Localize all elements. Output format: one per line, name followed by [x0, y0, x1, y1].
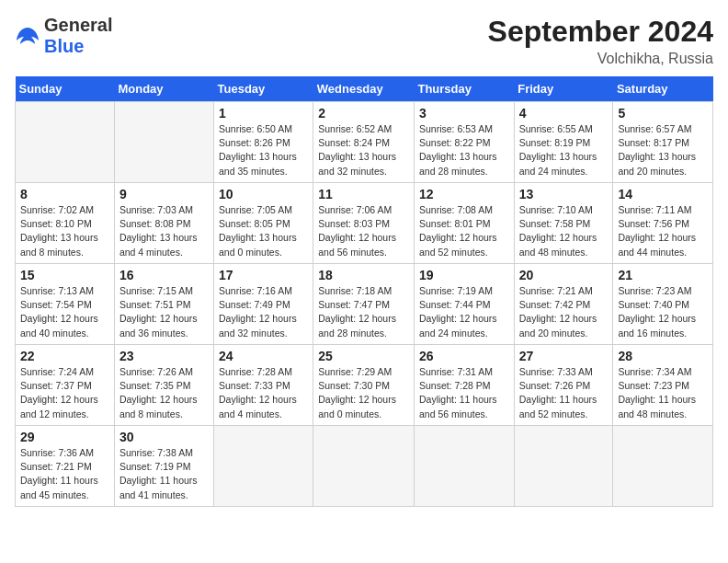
day-detail: Sunrise: 6:52 AMSunset: 8:24 PMDaylight:…: [318, 122, 409, 178]
day-detail: Sunrise: 7:03 AMSunset: 8:08 PMDaylight:…: [119, 203, 209, 259]
day-cell-22: 22Sunrise: 7:24 AMSunset: 7:37 PMDayligh…: [16, 345, 115, 426]
day-detail: Sunrise: 6:55 AMSunset: 8:19 PMDaylight:…: [519, 122, 609, 178]
day-number: 16: [119, 268, 209, 282]
day-cell-24: 24Sunrise: 7:28 AMSunset: 7:33 PMDayligh…: [214, 345, 313, 426]
day-detail: Sunrise: 7:11 AMSunset: 7:56 PMDaylight:…: [618, 203, 708, 259]
day-cell-9: 9Sunrise: 7:03 AMSunset: 8:08 PMDaylight…: [114, 183, 213, 264]
weekday-header-wednesday: Wednesday: [313, 76, 415, 102]
day-number: 4: [519, 106, 609, 121]
empty-cell: [613, 426, 713, 507]
day-number: 18: [318, 268, 409, 282]
calendar-title-area: September 2024 Volchikha, Russia: [488, 15, 713, 67]
page-header: General Blue September 2024 Volchikha, R…: [15, 15, 713, 67]
day-cell-10: 10Sunrise: 7:05 AMSunset: 8:05 PMDayligh…: [214, 183, 313, 264]
header-row: SundayMondayTuesdayWednesdayThursdayFrid…: [16, 76, 713, 102]
day-number: 8: [20, 187, 109, 201]
day-detail: Sunrise: 6:57 AMSunset: 8:17 PMDaylight:…: [618, 122, 708, 178]
day-number: 9: [119, 187, 209, 201]
location-subtitle: Volchikha, Russia: [488, 51, 713, 67]
empty-cell: [114, 102, 213, 183]
day-number: 21: [618, 268, 708, 282]
day-number: 23: [119, 349, 209, 363]
day-number: 2: [318, 106, 409, 121]
day-number: 26: [419, 349, 509, 363]
day-number: 15: [20, 268, 109, 282]
weekday-header-saturday: Saturday: [613, 76, 713, 102]
day-detail: Sunrise: 7:21 AMSunset: 7:42 PMDaylight:…: [519, 284, 609, 340]
day-cell-19: 19Sunrise: 7:19 AMSunset: 7:44 PMDayligh…: [414, 264, 514, 345]
weekday-header-sunday: Sunday: [16, 76, 115, 102]
day-number: 17: [219, 268, 308, 282]
day-number: 19: [419, 268, 509, 282]
day-detail: Sunrise: 7:26 AMSunset: 7:35 PMDaylight:…: [119, 365, 209, 421]
calendar-week-row: 8Sunrise: 7:02 AMSunset: 8:10 PMDaylight…: [16, 183, 713, 264]
day-cell-5: 5Sunrise: 6:57 AMSunset: 8:17 PMDaylight…: [613, 102, 713, 183]
day-cell-8: 8Sunrise: 7:02 AMSunset: 8:10 PMDaylight…: [16, 183, 115, 264]
day-number: 28: [618, 349, 708, 363]
day-detail: Sunrise: 7:06 AMSunset: 8:03 PMDaylight:…: [318, 203, 409, 259]
logo: General Blue: [15, 15, 112, 57]
day-number: 22: [20, 349, 109, 363]
day-detail: Sunrise: 6:53 AMSunset: 8:22 PMDaylight:…: [419, 122, 509, 178]
day-detail: Sunrise: 7:16 AMSunset: 7:49 PMDaylight:…: [219, 284, 308, 340]
day-cell-16: 16Sunrise: 7:15 AMSunset: 7:51 PMDayligh…: [114, 264, 213, 345]
day-detail: Sunrise: 7:33 AMSunset: 7:26 PMDaylight:…: [519, 365, 609, 421]
day-detail: Sunrise: 7:15 AMSunset: 7:51 PMDaylight:…: [119, 284, 209, 340]
day-number: 11: [318, 187, 409, 201]
day-cell-29: 29Sunrise: 7:36 AMSunset: 7:21 PMDayligh…: [16, 426, 115, 507]
day-cell-30: 30Sunrise: 7:38 AMSunset: 7:19 PMDayligh…: [114, 426, 213, 507]
weekday-header-monday: Monday: [114, 76, 213, 102]
day-detail: Sunrise: 7:36 AMSunset: 7:21 PMDaylight:…: [20, 446, 109, 502]
day-detail: Sunrise: 7:08 AMSunset: 8:01 PMDaylight:…: [419, 203, 509, 259]
day-cell-23: 23Sunrise: 7:26 AMSunset: 7:35 PMDayligh…: [114, 345, 213, 426]
weekday-header-tuesday: Tuesday: [214, 76, 313, 102]
day-number: 30: [119, 430, 209, 444]
day-detail: Sunrise: 7:18 AMSunset: 7:47 PMDaylight:…: [318, 284, 409, 340]
day-detail: Sunrise: 7:24 AMSunset: 7:37 PMDaylight:…: [20, 365, 109, 421]
day-detail: Sunrise: 6:50 AMSunset: 8:26 PMDaylight:…: [219, 122, 308, 178]
day-cell-13: 13Sunrise: 7:10 AMSunset: 7:58 PMDayligh…: [514, 183, 613, 264]
day-cell-20: 20Sunrise: 7:21 AMSunset: 7:42 PMDayligh…: [514, 264, 613, 345]
calendar-week-row: 1Sunrise: 6:50 AMSunset: 8:26 PMDaylight…: [16, 102, 713, 183]
day-cell-12: 12Sunrise: 7:08 AMSunset: 8:01 PMDayligh…: [414, 183, 514, 264]
day-cell-21: 21Sunrise: 7:23 AMSunset: 7:40 PMDayligh…: [613, 264, 713, 345]
day-number: 3: [419, 106, 509, 121]
day-detail: Sunrise: 7:28 AMSunset: 7:33 PMDaylight:…: [219, 365, 308, 421]
empty-cell: [214, 426, 313, 507]
day-detail: Sunrise: 7:34 AMSunset: 7:23 PMDaylight:…: [618, 365, 708, 421]
day-number: 24: [219, 349, 308, 363]
day-cell-15: 15Sunrise: 7:13 AMSunset: 7:54 PMDayligh…: [16, 264, 115, 345]
month-title: September 2024: [488, 15, 713, 49]
day-cell-17: 17Sunrise: 7:16 AMSunset: 7:49 PMDayligh…: [214, 264, 313, 345]
day-number: 10: [219, 187, 308, 201]
day-detail: Sunrise: 7:31 AMSunset: 7:28 PMDaylight:…: [419, 365, 509, 421]
calendar-table: SundayMondayTuesdayWednesdayThursdayFrid…: [15, 76, 713, 507]
calendar-week-row: 22Sunrise: 7:24 AMSunset: 7:37 PMDayligh…: [16, 345, 713, 426]
day-cell-4: 4Sunrise: 6:55 AMSunset: 8:19 PMDaylight…: [514, 102, 613, 183]
weekday-header-thursday: Thursday: [414, 76, 514, 102]
day-cell-3: 3Sunrise: 6:53 AMSunset: 8:22 PMDaylight…: [414, 102, 514, 183]
day-number: 29: [20, 430, 109, 444]
day-cell-27: 27Sunrise: 7:33 AMSunset: 7:26 PMDayligh…: [514, 345, 613, 426]
day-detail: Sunrise: 7:02 AMSunset: 8:10 PMDaylight:…: [20, 203, 109, 259]
empty-cell: [514, 426, 613, 507]
day-cell-26: 26Sunrise: 7:31 AMSunset: 7:28 PMDayligh…: [414, 345, 514, 426]
day-number: 12: [419, 187, 509, 201]
day-detail: Sunrise: 7:19 AMSunset: 7:44 PMDaylight:…: [419, 284, 509, 340]
day-detail: Sunrise: 7:10 AMSunset: 7:58 PMDaylight:…: [519, 203, 609, 259]
day-detail: Sunrise: 7:23 AMSunset: 7:40 PMDaylight:…: [618, 284, 708, 340]
day-detail: Sunrise: 7:13 AMSunset: 7:54 PMDaylight:…: [20, 284, 109, 340]
day-detail: Sunrise: 7:38 AMSunset: 7:19 PMDaylight:…: [119, 446, 209, 502]
day-cell-18: 18Sunrise: 7:18 AMSunset: 7:47 PMDayligh…: [313, 264, 415, 345]
day-number: 27: [519, 349, 609, 363]
calendar-week-row: 15Sunrise: 7:13 AMSunset: 7:54 PMDayligh…: [16, 264, 713, 345]
empty-cell: [414, 426, 514, 507]
empty-cell: [16, 102, 115, 183]
day-cell-2: 2Sunrise: 6:52 AMSunset: 8:24 PMDaylight…: [313, 102, 415, 183]
day-number: 25: [318, 349, 409, 363]
day-cell-25: 25Sunrise: 7:29 AMSunset: 7:30 PMDayligh…: [313, 345, 415, 426]
day-number: 14: [618, 187, 708, 201]
day-cell-11: 11Sunrise: 7:06 AMSunset: 8:03 PMDayligh…: [313, 183, 415, 264]
weekday-header-friday: Friday: [514, 76, 613, 102]
day-number: 13: [519, 187, 609, 201]
